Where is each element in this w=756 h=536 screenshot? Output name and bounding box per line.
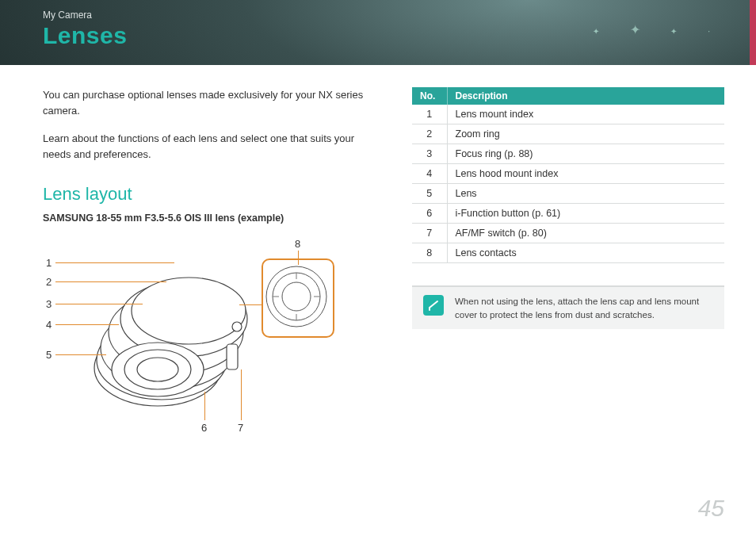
table-row: 6i-Function button (p. 61) xyxy=(412,204,724,224)
diagram-label-6: 6 xyxy=(201,422,207,434)
intro-paragraph-2: Learn about the functions of each lens a… xyxy=(43,131,368,162)
decorative-stars: ✦ ✦ ✦ · xyxy=(593,22,724,37)
page-number: 45 xyxy=(698,495,724,522)
intro-paragraph-1: You can purchase optional lenses made ex… xyxy=(43,87,368,118)
page-header: My Camera Lenses ✦ ✦ ✦ · xyxy=(0,0,756,65)
right-column: No. Description 1Lens mount index 2Zoom … xyxy=(412,87,724,447)
note-text: When not using the lens, attach the lens… xyxy=(455,295,713,321)
svg-point-10 xyxy=(232,322,242,331)
th-desc: Description xyxy=(447,87,724,105)
parts-table: No. Description 1Lens mount index 2Zoom … xyxy=(412,87,724,263)
left-column: You can purchase optional lenses made ex… xyxy=(43,87,376,447)
note-icon xyxy=(423,295,444,316)
th-no: No. xyxy=(412,87,447,105)
table-row: 2Zoom ring xyxy=(412,124,724,144)
table-row: 1Lens mount index xyxy=(412,105,724,124)
table-row: 4Lens hood mount index xyxy=(412,164,724,184)
diagram-label-2: 2 xyxy=(46,276,52,288)
breadcrumb: My Camera xyxy=(43,10,756,21)
svg-point-5 xyxy=(132,278,246,344)
section-heading: Lens layout xyxy=(43,184,376,205)
svg-rect-9 xyxy=(227,344,238,369)
table-row: 7AF/MF switch (p. 80) xyxy=(412,224,724,243)
table-row: 5Lens xyxy=(412,184,724,204)
lens-diagram: 1 2 3 4 5 6 7 8 xyxy=(43,233,344,447)
table-row: 8Lens contacts xyxy=(412,243,724,263)
diagram-label-8: 8 xyxy=(295,238,300,250)
diagram-label-1: 1 xyxy=(46,257,52,269)
table-row: 3Focus ring (p. 88) xyxy=(412,144,724,164)
diagram-label-5: 5 xyxy=(46,349,52,361)
diagram-label-3: 3 xyxy=(46,298,52,310)
diagram-label-7: 7 xyxy=(238,422,243,434)
section-subhead: SAMSUNG 18-55 mm F3.5-5.6 OIS III lens (… xyxy=(43,212,376,224)
svg-point-8 xyxy=(137,358,178,381)
note-box: When not using the lens, attach the lens… xyxy=(412,285,724,329)
rear-mount-callout xyxy=(262,258,334,338)
content-area: You can purchase optional lenses made ex… xyxy=(0,65,756,447)
diagram-label-4: 4 xyxy=(46,319,52,331)
